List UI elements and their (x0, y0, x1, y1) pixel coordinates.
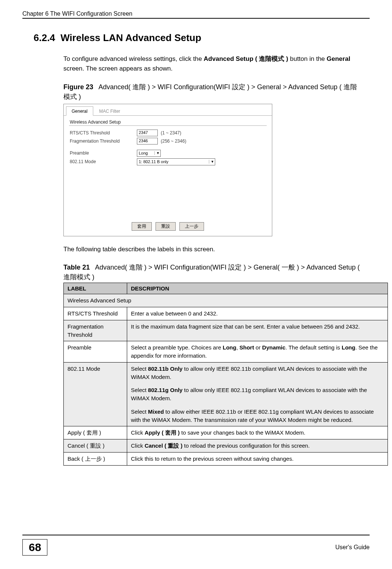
reset-button[interactable]: 重設 (156, 222, 176, 231)
table-row: Apply ( 套用 ) Click Apply ( 套用 ) to save … (64, 426, 388, 439)
select-preamble[interactable]: Long▼ (137, 150, 161, 157)
dropdown-arrow-icon: ▼ (209, 160, 214, 164)
row-rts: RTS/CTS Threshold 2347 (1 ~ 2347) (70, 130, 266, 136)
section-heading: 6.2.4 Wireless LAN Advanced Setup (34, 32, 370, 44)
input-rts[interactable]: 2347 (137, 130, 158, 136)
after-figure-paragraph: The following table describes the labels… (63, 245, 362, 254)
table-row: Preamble Select a preamble type. Choices… (64, 341, 388, 363)
cell-label: Fragmentation Threshold (64, 320, 127, 341)
cell-desc: It is the maximum data fragment size tha… (127, 320, 388, 341)
cell-desc: Click Apply ( 套用 ) to save your changes … (127, 426, 388, 439)
cell-label: Apply ( 套用 ) (64, 426, 127, 439)
screenshot-panel: General MAC Filter Wireless Advanced Set… (63, 104, 272, 236)
th-description: DESCRIPTION (127, 283, 388, 294)
range-frag: (256 ~ 2346) (161, 139, 186, 144)
subtitle-underline (69, 125, 267, 126)
table-caption-text: Advanced( 進階 ) > WIFI Configuration(WIFI… (63, 264, 360, 281)
section-number: 6.2.4 (34, 32, 55, 43)
tab-general[interactable]: General (66, 106, 93, 116)
row-frag: Fragmentation Threshold 2346 (256 ~ 2346… (70, 138, 266, 144)
apply-button[interactable]: 套用 (132, 222, 152, 231)
footer-rule (22, 535, 370, 535)
cell-label: 802.11 Mode (64, 362, 127, 426)
cell-label: Preamble (64, 341, 127, 363)
label-rts: RTS/CTS Threshold (70, 130, 137, 136)
guide-label: User's Guide (335, 544, 370, 551)
tab-mac-filter[interactable]: MAC Filter (94, 107, 126, 115)
cell-desc: Enter a value between 0 and 2432. (127, 307, 388, 320)
label-mode: 802.11 Mode (70, 159, 137, 164)
table-row: Fragmentation Threshold It is the maximu… (64, 320, 388, 341)
page-number: 68 (22, 539, 47, 556)
select-mode[interactable]: 1: 802.11 B only▼ (137, 158, 215, 165)
form-area: RTS/CTS Threshold 2347 (1 ~ 2347) Fragme… (64, 130, 272, 218)
span-row-wireless-advanced-setup: Wireless Advanced Setup (64, 294, 388, 307)
description-table: LABEL DESCRIPTION Wireless Advanced Setu… (63, 283, 388, 465)
row-mode: 802.11 Mode 1: 802.11 B only▼ (70, 158, 266, 165)
figure-caption-text: Advanced( 進階 ) > WIFI Configuration(WIFI… (63, 83, 357, 100)
cell-label: Cancel ( 重設 ) (64, 439, 127, 453)
back-button[interactable]: 上一步 (179, 222, 204, 231)
label-frag: Fragmentation Threshold (70, 139, 137, 144)
advanced-setup-bold: Advanced Setup ( 進階模式 ) (204, 55, 288, 62)
table-row: 802.11 Mode Select 802.11b Only to allow… (64, 362, 388, 426)
header-rule (22, 18, 370, 19)
input-frag[interactable]: 2346 (137, 138, 158, 144)
section-title: Wireless LAN Advanced Setup (60, 32, 201, 43)
figure-caption: Figure 23 Advanced( 進階 ) > WIFI Configur… (63, 82, 362, 102)
tab-row: General MAC Filter (64, 104, 272, 116)
table-label: Table 21 (63, 264, 90, 271)
th-label: LABEL (64, 283, 127, 294)
intro-paragraph: To configure advanced wireless settings,… (63, 54, 362, 74)
table-row: Back ( 上一步 ) Click this to return to the… (64, 452, 388, 465)
cell-desc: Click Cancel ( 重設 ) to reload the previo… (127, 439, 388, 453)
figure-label: Figure 23 (63, 83, 93, 91)
button-row: 套用 重設 上一步 (64, 218, 272, 236)
row-preamble: Preamble Long▼ (70, 150, 266, 157)
cell-desc: Select 802.11b Only to allow only IEEE 8… (127, 362, 388, 426)
dropdown-arrow-icon: ▼ (154, 151, 160, 155)
general-bold: General (327, 55, 350, 62)
table-caption: Table 21 Advanced( 進階 ) > WIFI Configura… (63, 262, 362, 282)
table-row: Cancel ( 重設 ) Click Cancel ( 重設 ) to rel… (64, 439, 388, 453)
screenshot-subtitle: Wireless Advanced Setup (64, 116, 272, 125)
cell-label: Back ( 上一步 ) (64, 452, 127, 465)
table-row: RTS/CTS Threshold Enter a value between … (64, 307, 388, 320)
cell-desc: Select a preamble type. Choices are Long… (127, 341, 388, 363)
page-footer: 68 User's Guide (22, 535, 370, 556)
cell-label: RTS/CTS Threshold (64, 307, 127, 320)
chapter-header: Chapter 6 The WIFI Configuration Screen (22, 10, 370, 17)
label-preamble: Preamble (70, 150, 137, 156)
cell-desc: Click this to return to the previous scr… (127, 452, 388, 465)
range-rts: (1 ~ 2347) (161, 130, 181, 136)
